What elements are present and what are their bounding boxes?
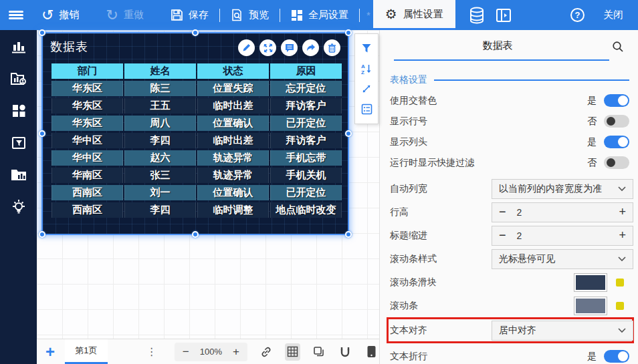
top-toolbar: ↺ 撤销 ↻ 重做 保存 预览 全局设置 * ⚙ 属性设置 [0, 0, 638, 30]
resize-handle-s[interactable] [192, 231, 199, 238]
sidebar-item-ideas[interactable] [10, 198, 27, 216]
sidebar-item-widgets[interactable] [10, 102, 27, 120]
text-align-select[interactable]: 居中对齐 [492, 321, 633, 341]
collapse-button[interactable] [360, 82, 373, 96]
move-button[interactable] [259, 39, 276, 56]
sidebar-item-analysis[interactable] [10, 70, 27, 87]
show-row-numbers-toggle[interactable] [604, 115, 629, 128]
cell: 拜访客户 [270, 98, 342, 114]
quick-filter-toggle[interactable] [604, 156, 629, 169]
resize-handle-ne[interactable] [345, 29, 352, 36]
sort-button[interactable]: AZ [360, 62, 373, 75]
grid-toggle-button[interactable] [285, 343, 300, 361]
undo-label: 撤销 [59, 9, 79, 21]
add-page-button[interactable]: + [45, 344, 55, 360]
setting-label: 文本折行 [390, 351, 492, 363]
resize-handle-w[interactable] [39, 130, 45, 137]
table-widget[interactable]: 数据表 [41, 32, 349, 235]
cell: 华南区 [51, 168, 123, 183]
setting-label: 滚动条样式 [390, 253, 492, 265]
preview-button[interactable]: 预览 [227, 0, 273, 30]
cell: 西南区 [51, 185, 123, 200]
alternating-colors-toggle[interactable] [604, 94, 629, 107]
sidebar-item-charts[interactable] [10, 38, 27, 55]
setting-row-text-wrap: 文本折行 是 [389, 346, 633, 364]
resize-handle-nw[interactable] [39, 29, 45, 36]
cell: 地点临时改变 [270, 202, 342, 218]
cell: 李四 [124, 202, 196, 218]
scrollbar-style-select[interactable]: 光标悬停可见 [492, 249, 633, 269]
preview-label: 预览 [249, 9, 269, 21]
snap-button[interactable] [338, 343, 352, 361]
page-tab-1[interactable]: 第1页 [65, 339, 108, 364]
cell: 位置失踪 [197, 81, 269, 96]
cell: 位置确认 [197, 185, 269, 200]
text-wrap-toggle[interactable] [604, 350, 629, 363]
show-column-headers-toggle[interactable] [604, 136, 629, 148]
resize-handle-se[interactable] [345, 231, 352, 238]
redo-icon: ↻ [106, 8, 118, 23]
resize-handle-e[interactable] [345, 130, 352, 137]
global-settings-label: 全局设置 [308, 9, 348, 21]
help-icon: ? [575, 10, 580, 20]
help-button[interactable]: ? [570, 8, 584, 22]
separator [280, 9, 280, 22]
increment-button[interactable]: + [619, 205, 626, 219]
color-marker[interactable] [616, 279, 624, 287]
design-canvas[interactable]: 数据表 [37, 30, 379, 339]
save-button[interactable]: 保存 [167, 0, 213, 30]
cell: 西南区 [51, 202, 123, 218]
duplicate-button[interactable] [312, 343, 326, 361]
mobile-preview-button[interactable] [364, 343, 379, 361]
global-settings-button[interactable]: 全局设置 [287, 0, 352, 30]
filter-button[interactable] [360, 41, 373, 55]
section-title: 表格设置 [390, 74, 427, 86]
cell: 王五 [124, 98, 196, 114]
scrollbar-color-swatch[interactable] [574, 297, 607, 315]
share-button[interactable] [302, 39, 319, 56]
undo-button[interactable]: ↺ 撤销 [37, 0, 83, 30]
hamburger-icon [9, 9, 23, 21]
row-height-stepper[interactable]: − 2 + [492, 202, 633, 222]
panel-layout-icon [496, 7, 512, 23]
panel-search-button[interactable] [612, 41, 624, 55]
edit-button[interactable] [238, 39, 255, 56]
comment-button[interactable] [281, 39, 298, 56]
zoom-in-button[interactable]: + [233, 345, 239, 359]
resize-handle-n[interactable] [192, 29, 199, 36]
more-options-button[interactable]: ⋮ [146, 345, 157, 358]
delete-button[interactable] [324, 39, 340, 56]
field-settings-button[interactable] [360, 103, 373, 116]
folder-chart-icon [10, 167, 27, 183]
sidebar-item-reports[interactable] [10, 166, 27, 184]
column-header: 原因 [270, 63, 342, 79]
widget-title: 数据表 [50, 39, 88, 55]
scrollbar-thumb-color-swatch[interactable] [574, 273, 607, 292]
table-row: 西南区李四临时调整地点临时改变 [51, 202, 342, 218]
toggle-panel-button[interactable] [490, 0, 517, 30]
zoom-out-button[interactable]: − [183, 345, 189, 359]
mobile-phone-icon [366, 345, 377, 358]
setting-label: 显示行号 [390, 116, 492, 128]
tab-property-settings[interactable]: ⚙ 属性设置 [373, 0, 455, 30]
copy-icon [313, 346, 325, 358]
title-indent-stepper[interactable]: − 2 + [492, 226, 633, 246]
menu-button[interactable] [0, 0, 32, 30]
search-icon [612, 41, 624, 53]
form-filter-icon [11, 135, 27, 151]
increment-button[interactable]: + [619, 228, 626, 242]
widget-mini-toolbar: AZ [354, 33, 379, 124]
cell: 位置确认 [197, 116, 269, 131]
decrement-button[interactable]: − [499, 205, 506, 219]
color-marker[interactable] [616, 302, 624, 310]
setting-label: 使用交替色 [390, 95, 492, 107]
sidebar-item-filters[interactable] [10, 134, 27, 152]
resize-handle-sw[interactable] [39, 231, 45, 238]
toggle-state-label: 是 [587, 95, 597, 107]
data-source-button[interactable] [463, 0, 490, 30]
link-button[interactable] [259, 343, 274, 361]
decrement-button[interactable]: − [499, 228, 506, 242]
auto-column-width-select[interactable]: 以当前列的内容宽度为准 [492, 179, 633, 199]
chart-search-icon [10, 71, 27, 87]
close-button[interactable]: 关闭 [599, 9, 627, 21]
